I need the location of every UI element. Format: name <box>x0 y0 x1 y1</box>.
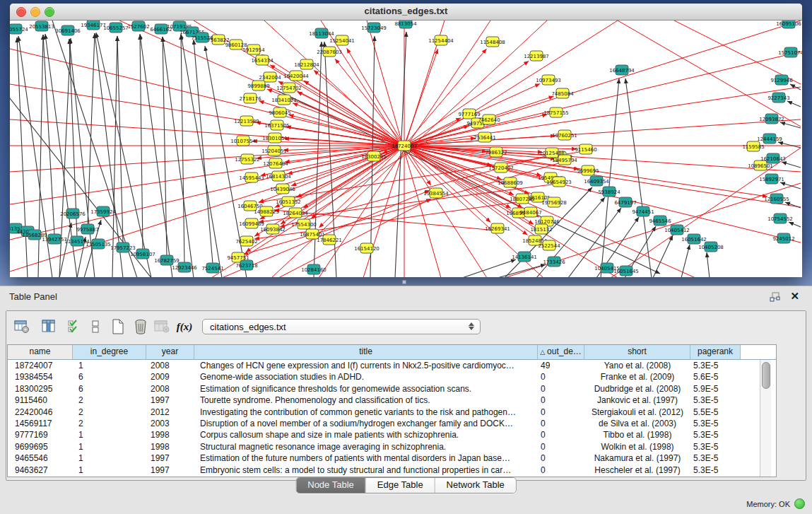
graph-node-selected[interactable]: 11548408 <box>480 37 505 47</box>
graph-node[interactable]: 20206576 <box>60 209 86 218</box>
table-row[interactable]: 969969511998Structural magnetic resonanc… <box>8 441 776 452</box>
cell-in-degree: 6 <box>73 383 146 395</box>
graph-node-selected[interactable]: 14595443 <box>239 173 264 182</box>
column-header-name[interactable]: name <box>8 345 73 359</box>
graph-node[interactable]: 10405208 <box>698 242 724 252</box>
graph-node-selected[interactable]: 12213987 <box>524 51 549 61</box>
graph-node[interactable]: 9474451 <box>632 206 654 216</box>
column-header-pagerank[interactable]: pagerank <box>690 345 741 359</box>
table-row[interactable]: 1872400712008Changes of HCN gene express… <box>8 360 776 371</box>
graph-node-selected[interactable]: 18757155 <box>543 107 569 117</box>
tab-node-table[interactable]: Node Table <box>296 478 366 493</box>
tab-edge-table[interactable]: Edge Table <box>366 478 435 493</box>
graph-node-selected[interactable]: 16269341 <box>485 223 510 233</box>
close-window-button[interactable] <box>16 7 26 17</box>
graph-node-selected[interactable]: 9806045 <box>269 107 290 117</box>
graph-node[interactable]: 9465546 <box>649 216 671 226</box>
graph-node-selected[interactable]: 11254404 <box>428 35 454 45</box>
table-row[interactable]: 946362711997Embryonic stem cells: a mode… <box>8 465 776 476</box>
graph-node-selected[interactable]: 16420044 <box>283 71 309 81</box>
graph-node[interactable]: 9975887 <box>76 224 98 234</box>
graph-node[interactable]: 6479197 <box>614 197 636 207</box>
graph-node-selected[interactable]: 7625402 <box>235 236 257 246</box>
graph-node[interactable]: 14136141 <box>512 252 537 262</box>
graph-node-selected[interactable]: 9699695 <box>577 165 599 175</box>
graph-node-selected[interactable]: 17554300 <box>291 219 317 229</box>
graph-node-selected[interactable]: 9777169 <box>458 109 480 119</box>
memory-ok-indicator[interactable] <box>794 498 805 509</box>
row-height-icon[interactable] <box>87 317 104 336</box>
graph-node-selected[interactable]: 1159585 <box>742 141 764 151</box>
scrollbar-thumb[interactable] <box>762 362 770 389</box>
graph-node-selected[interactable]: 16371505 <box>264 120 290 130</box>
graph-node-selected[interactable]: 2718176 <box>239 93 261 103</box>
graph-node[interactable]: 19346177 <box>81 21 106 30</box>
new-document-icon[interactable] <box>110 317 126 336</box>
table-row[interactable]: 1938455462009Genome-wide association stu… <box>8 371 776 382</box>
graph-node-selected[interactable]: 16814304 <box>266 171 291 181</box>
select-checks-icon[interactable] <box>66 317 83 336</box>
column-header-out-degree[interactable]: △out_de… <box>538 345 584 359</box>
graph-node[interactable]: 8813054 <box>394 21 417 28</box>
network-canvas[interactable]: 1872400775638229860128591295416543342342… <box>10 21 802 277</box>
graph-node-label: 19654923 <box>546 180 572 185</box>
graph-node[interactable]: 15723049 <box>361 23 387 33</box>
graph-node-selected[interactable]: 16154120 <box>354 243 379 253</box>
graph-node[interactable]: 9245012 <box>772 233 794 243</box>
column-header-short[interactable]: short <box>584 345 690 359</box>
window-titlebar[interactable]: citations_edges.txt <box>10 4 802 21</box>
column-header-title[interactable]: title <box>194 345 538 359</box>
graph-node[interactable]: 10655257 <box>103 23 129 33</box>
tab-network-table[interactable]: Network Table <box>435 478 516 493</box>
table-row[interactable]: 2242004622012Investigating the contribut… <box>8 407 776 418</box>
table-select-combo[interactable]: citations_edges.txt <box>202 319 481 334</box>
table-row[interactable]: 1456911722003Disruption of a novel membe… <box>8 418 776 429</box>
graph-node-selected[interactable]: 22087603 <box>317 47 342 57</box>
graph-node-selected[interactable]: 7485084 <box>551 88 574 98</box>
graph-node-label: 5938924 <box>598 189 620 195</box>
graph-node[interactable]: 1527602 <box>127 21 149 31</box>
graph-node-selected[interactable]: 1654334 <box>251 55 273 65</box>
graph-node[interactable]: 1733426 <box>543 257 565 267</box>
graph-node[interactable]: 9129946 <box>770 75 793 85</box>
table-row[interactable]: 911546021997Tourette syndrome. Phenomeno… <box>8 395 776 406</box>
network-window[interactable]: citations_edges.txt 18724007756382298601… <box>10 4 802 277</box>
graph-node-selected[interactable]: 12213589 <box>234 116 259 126</box>
panel-divider-grip[interactable] <box>400 279 408 284</box>
graph-node[interactable]: 17359924 <box>90 206 116 216</box>
graph-node[interactable]: 9227343 <box>767 93 789 103</box>
column-header-year[interactable]: year <box>146 345 194 359</box>
graph-node[interactable]: 30691406 <box>55 25 81 35</box>
table-row[interactable]: 946554611997Estimation of the future num… <box>8 452 776 464</box>
graph-node[interactable]: 16409354 <box>584 176 609 186</box>
graph-node-selected[interactable]: 19384554 <box>423 188 449 198</box>
graph-node[interactable]: 16051642 <box>681 234 707 244</box>
column-header-in-degree[interactable]: in_degree <box>73 345 146 359</box>
graph-node[interactable]: 10284160 <box>301 264 326 274</box>
table-settings-icon[interactable] <box>13 317 30 336</box>
graph-node-selected[interactable]: 10688609 <box>498 177 523 187</box>
show-columns-icon[interactable] <box>40 317 57 336</box>
table-vertical-scrollbar[interactable] <box>760 360 771 477</box>
graph-node-selected[interactable]: 10107554 <box>230 136 256 146</box>
graph-node[interactable]: 16782759 <box>154 255 180 265</box>
delete-icon[interactable] <box>132 317 149 336</box>
minimize-window-button[interactable] <box>30 7 40 17</box>
graph-node[interactable]: 16648794 <box>609 65 635 75</box>
graph-node-selected[interactable]: 10973493 <box>536 75 561 85</box>
function-builder-icon[interactable]: f(x) <box>176 317 193 336</box>
float-panel-icon[interactable] <box>770 292 781 302</box>
table-row[interactable]: 977716911998Corpus callosum shape and si… <box>8 429 776 440</box>
delete-table-icon[interactable] <box>153 317 170 336</box>
graph-node-selected[interactable]: 15254041 <box>329 35 355 45</box>
graph-node-selected[interactable]: 12076404 <box>263 158 288 168</box>
graph-node[interactable]: 5938924 <box>598 187 620 197</box>
graph-node-selected[interactable]: 10760251 <box>552 130 577 140</box>
graph-node[interactable]: 18113044 <box>309 28 334 38</box>
table-row[interactable]: 1830029562008Estimation of significance … <box>8 383 776 395</box>
graph-node[interactable]: 24055724 <box>10 24 28 34</box>
close-panel-icon[interactable]: ✕ <box>790 290 799 303</box>
graph-node[interactable]: 12923446 <box>172 262 197 272</box>
zoom-window-button[interactable] <box>45 7 54 17</box>
graph-node[interactable]: 20553813 <box>29 21 54 31</box>
